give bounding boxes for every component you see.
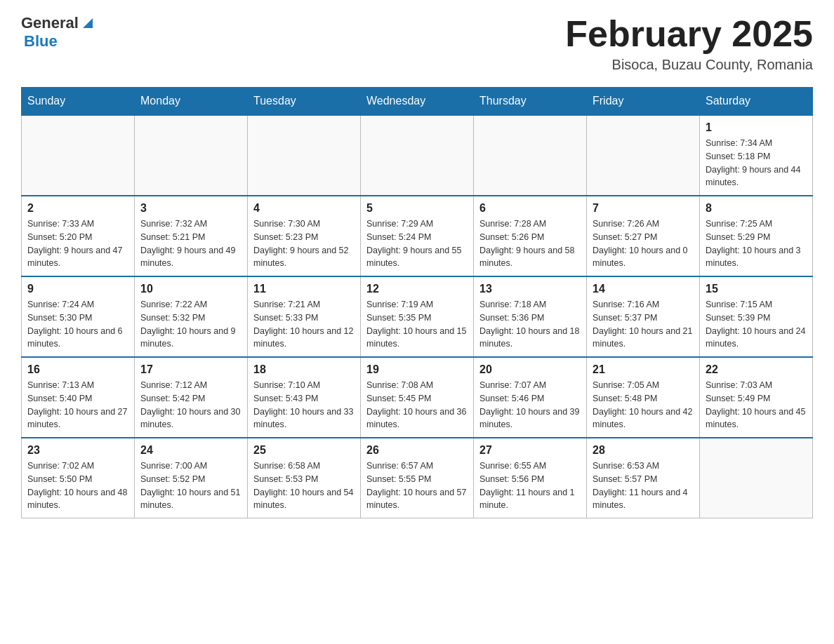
calendar-cell: [700, 438, 813, 518]
calendar-cell: 25Sunrise: 6:58 AMSunset: 5:53 PMDayligh…: [248, 438, 361, 518]
day-number: 3: [140, 202, 241, 215]
day-info: Sunrise: 7:22 AMSunset: 5:32 PMDaylight:…: [140, 298, 241, 351]
day-info: Sunrise: 6:58 AMSunset: 5:53 PMDaylight:…: [253, 459, 355, 512]
day-of-week-header-wednesday: Wednesday: [361, 88, 474, 116]
calendar-cell: 20Sunrise: 7:07 AMSunset: 5:46 PMDayligh…: [474, 357, 587, 438]
day-info: Sunrise: 7:08 AMSunset: 5:45 PMDaylight:…: [366, 379, 468, 431]
day-number: 5: [366, 202, 468, 215]
day-info: Sunrise: 6:57 AMSunset: 5:55 PMDaylight:…: [366, 459, 468, 512]
day-info: Sunrise: 7:07 AMSunset: 5:46 PMDaylight:…: [479, 379, 581, 431]
calendar-cell: 15Sunrise: 7:15 AMSunset: 5:39 PMDayligh…: [700, 276, 813, 357]
day-number: 17: [140, 363, 241, 376]
page-header: General Blue February 2025 Bisoca, Buzau…: [21, 14, 813, 73]
calendar-week-row: 23Sunrise: 7:02 AMSunset: 5:50 PMDayligh…: [22, 438, 813, 518]
calendar-week-row: 16Sunrise: 7:13 AMSunset: 5:40 PMDayligh…: [22, 357, 813, 438]
day-number: 24: [140, 444, 241, 457]
calendar-cell: 13Sunrise: 7:18 AMSunset: 5:36 PMDayligh…: [474, 276, 587, 357]
day-info: Sunrise: 7:10 AMSunset: 5:43 PMDaylight:…: [253, 379, 355, 431]
day-number: 2: [27, 202, 128, 215]
calendar-cell: 23Sunrise: 7:02 AMSunset: 5:50 PMDayligh…: [22, 438, 135, 518]
day-number: 11: [253, 283, 355, 295]
day-info: Sunrise: 7:15 AMSunset: 5:39 PMDaylight:…: [706, 298, 807, 351]
calendar-table: SundayMondayTuesdayWednesdayThursdayFrid…: [21, 87, 813, 518]
day-number: 10: [140, 283, 241, 295]
day-info: Sunrise: 7:02 AMSunset: 5:50 PMDaylight:…: [27, 459, 128, 512]
month-title: February 2025: [565, 14, 813, 54]
day-number: 18: [253, 363, 355, 376]
calendar-cell: 12Sunrise: 7:19 AMSunset: 5:35 PMDayligh…: [361, 276, 474, 357]
calendar-cell: 9Sunrise: 7:24 AMSunset: 5:30 PMDaylight…: [22, 276, 135, 357]
calendar-cell: 17Sunrise: 7:12 AMSunset: 5:42 PMDayligh…: [135, 357, 248, 438]
calendar-cell: 21Sunrise: 7:05 AMSunset: 5:48 PMDayligh…: [587, 357, 700, 438]
logo-blue-text: Blue: [24, 32, 58, 50]
calendar-cell: 6Sunrise: 7:28 AMSunset: 5:26 PMDaylight…: [474, 196, 587, 276]
day-info: Sunrise: 6:55 AMSunset: 5:56 PMDaylight:…: [479, 459, 581, 512]
logo-general-text: General: [21, 14, 79, 32]
calendar-cell: 11Sunrise: 7:21 AMSunset: 5:33 PMDayligh…: [248, 276, 361, 357]
day-number: 22: [706, 363, 807, 376]
logo-triangle-icon: [80, 15, 95, 31]
day-number: 8: [706, 202, 807, 215]
day-number: 21: [593, 363, 694, 376]
day-number: 19: [366, 363, 468, 376]
day-number: 28: [593, 444, 694, 457]
day-info: Sunrise: 7:24 AMSunset: 5:30 PMDaylight:…: [27, 298, 128, 351]
day-number: 6: [479, 202, 581, 215]
calendar-cell: [22, 115, 135, 196]
calendar-cell: [474, 115, 587, 196]
calendar-cell: 16Sunrise: 7:13 AMSunset: 5:40 PMDayligh…: [22, 357, 135, 438]
calendar-header-row: SundayMondayTuesdayWednesdayThursdayFrid…: [22, 88, 813, 116]
calendar-cell: 18Sunrise: 7:10 AMSunset: 5:43 PMDayligh…: [248, 357, 361, 438]
calendar-cell: 27Sunrise: 6:55 AMSunset: 5:56 PMDayligh…: [474, 438, 587, 518]
day-info: Sunrise: 7:26 AMSunset: 5:27 PMDaylight:…: [593, 217, 694, 270]
day-number: 27: [479, 444, 581, 457]
day-number: 26: [366, 444, 468, 457]
day-info: Sunrise: 7:00 AMSunset: 5:52 PMDaylight:…: [140, 459, 241, 512]
day-of-week-header-saturday: Saturday: [700, 88, 813, 116]
day-info: Sunrise: 7:03 AMSunset: 5:49 PMDaylight:…: [706, 379, 807, 431]
day-of-week-header-friday: Friday: [587, 88, 700, 116]
day-number: 7: [593, 202, 694, 215]
day-info: Sunrise: 7:30 AMSunset: 5:23 PMDaylight:…: [253, 217, 355, 270]
day-number: 13: [479, 283, 581, 295]
calendar-cell: [248, 115, 361, 196]
day-number: 12: [366, 283, 468, 295]
day-number: 9: [27, 283, 128, 295]
calendar-cell: 14Sunrise: 7:16 AMSunset: 5:37 PMDayligh…: [587, 276, 700, 357]
day-info: Sunrise: 7:29 AMSunset: 5:24 PMDaylight:…: [366, 217, 468, 270]
day-info: Sunrise: 7:18 AMSunset: 5:36 PMDaylight:…: [479, 298, 581, 351]
calendar-cell: 7Sunrise: 7:26 AMSunset: 5:27 PMDaylight…: [587, 196, 700, 276]
day-info: Sunrise: 7:13 AMSunset: 5:40 PMDaylight:…: [27, 379, 128, 431]
calendar-cell: 28Sunrise: 6:53 AMSunset: 5:57 PMDayligh…: [587, 438, 700, 518]
calendar-cell: [587, 115, 700, 196]
calendar-cell: 24Sunrise: 7:00 AMSunset: 5:52 PMDayligh…: [135, 438, 248, 518]
day-of-week-header-tuesday: Tuesday: [248, 88, 361, 116]
calendar-cell: 5Sunrise: 7:29 AMSunset: 5:24 PMDaylight…: [361, 196, 474, 276]
calendar-cell: [361, 115, 474, 196]
day-info: Sunrise: 7:16 AMSunset: 5:37 PMDaylight:…: [593, 298, 694, 351]
day-info: Sunrise: 6:53 AMSunset: 5:57 PMDaylight:…: [593, 459, 694, 512]
logo: General Blue: [21, 14, 95, 51]
calendar-cell: 22Sunrise: 7:03 AMSunset: 5:49 PMDayligh…: [700, 357, 813, 438]
calendar-cell: 19Sunrise: 7:08 AMSunset: 5:45 PMDayligh…: [361, 357, 474, 438]
day-info: Sunrise: 7:34 AMSunset: 5:18 PMDaylight:…: [706, 137, 807, 189]
calendar-cell: 3Sunrise: 7:32 AMSunset: 5:21 PMDaylight…: [135, 196, 248, 276]
location-title: Bisoca, Buzau County, Romania: [565, 57, 813, 73]
day-info: Sunrise: 7:32 AMSunset: 5:21 PMDaylight:…: [140, 217, 241, 270]
day-number: 16: [27, 363, 128, 376]
calendar-cell: 8Sunrise: 7:25 AMSunset: 5:29 PMDaylight…: [700, 196, 813, 276]
day-info: Sunrise: 7:25 AMSunset: 5:29 PMDaylight:…: [706, 217, 807, 270]
calendar-cell: 2Sunrise: 7:33 AMSunset: 5:20 PMDaylight…: [22, 196, 135, 276]
day-info: Sunrise: 7:21 AMSunset: 5:33 PMDaylight:…: [253, 298, 355, 351]
title-block: February 2025 Bisoca, Buzau County, Roma…: [565, 14, 813, 73]
calendar-cell: 4Sunrise: 7:30 AMSunset: 5:23 PMDaylight…: [248, 196, 361, 276]
day-of-week-header-sunday: Sunday: [22, 88, 135, 116]
day-info: Sunrise: 7:19 AMSunset: 5:35 PMDaylight:…: [366, 298, 468, 351]
calendar-cell: [135, 115, 248, 196]
calendar-week-row: 9Sunrise: 7:24 AMSunset: 5:30 PMDaylight…: [22, 276, 813, 357]
day-info: Sunrise: 7:28 AMSunset: 5:26 PMDaylight:…: [479, 217, 581, 270]
calendar-cell: 26Sunrise: 6:57 AMSunset: 5:55 PMDayligh…: [361, 438, 474, 518]
calendar-week-row: 1Sunrise: 7:34 AMSunset: 5:18 PMDaylight…: [22, 115, 813, 196]
day-of-week-header-monday: Monday: [135, 88, 248, 116]
day-number: 14: [593, 283, 694, 295]
